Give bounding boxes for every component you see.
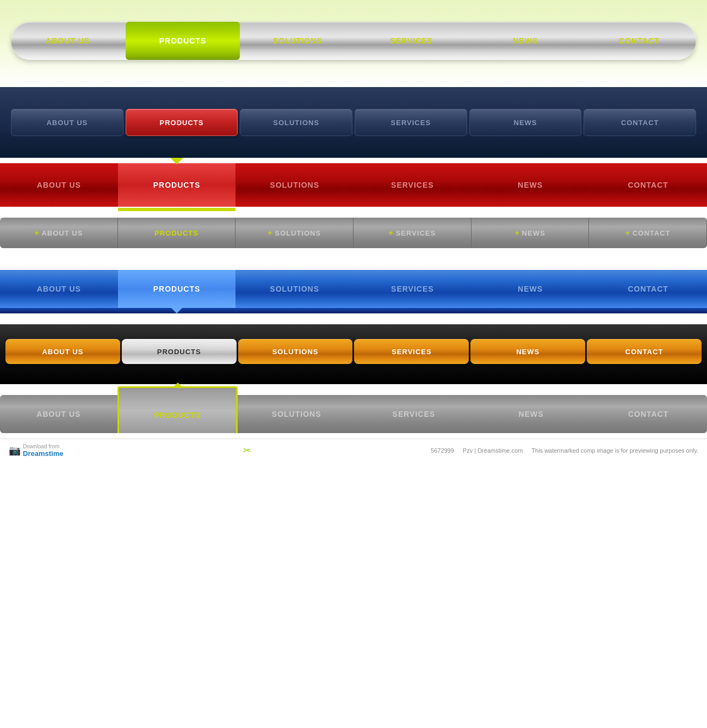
nav6-wrapper: ABOUT USPRODUCTSSOLUTIONSSERVICESNEWSCON… (0, 324, 707, 384)
nav6-item-products[interactable]: PRODUCTS (122, 339, 237, 364)
nav7-item-products[interactable]: PRODUCTS (117, 386, 238, 433)
nav6-item-about-us[interactable]: ABOUT US (5, 339, 120, 364)
watermark-note: This watermarked comp image is for previ… (531, 447, 698, 454)
nav5-bottom-bar (0, 308, 707, 313)
plus-icon: + (34, 229, 39, 237)
nav5-item-contact[interactable]: CONTACT (589, 270, 707, 308)
watermark-right-info: 5672999 Pzv | Dreamstime.com This waterm… (431, 447, 698, 454)
nav1-item-contact[interactable]: CONTACT (582, 36, 696, 45)
nav7-item-news[interactable]: NEWS (473, 395, 590, 433)
nav4-item-solutions[interactable]: +SOLUTIONS (235, 218, 354, 248)
watermark-bar: 📷 Download from Dreamstime ✂ 5672999 Pzv… (0, 439, 707, 462)
nav3-active-indicator (118, 208, 236, 211)
nav2-item-about-us[interactable]: ABOUT US (11, 109, 123, 136)
nav2-item-news[interactable]: NEWS (469, 109, 582, 136)
nav3-item-about-us[interactable]: ABOUT US (0, 163, 118, 207)
nav3: ABOUT USPRODUCTSSOLUTIONSSERVICESNEWSCON… (0, 163, 707, 207)
plus-icon: + (389, 229, 394, 237)
nav4-wrapper: +ABOUT USPRODUCTS+SOLUTIONS+SERVICES+NEW… (0, 212, 707, 264)
nav1-wrapper: ABOUT USPRODUCTSSOLUTIONSSERVICESNEWSCON… (0, 0, 707, 87)
nav2-item-services[interactable]: SERVICES (355, 109, 467, 136)
nav5-item-services[interactable]: SERVICES (354, 270, 472, 308)
nav3-item-solutions[interactable]: SOLUTIONS (235, 163, 354, 207)
plus-icon: + (268, 229, 272, 237)
nav2: ABOUT USPRODUCTSSOLUTIONSSERVICESNEWSCON… (11, 103, 696, 141)
nav7-item-services[interactable]: SERVICES (355, 395, 473, 433)
nav5-item-products[interactable]: PRODUCTS (118, 270, 236, 308)
nav6-item-contact[interactable]: CONTACT (587, 339, 702, 364)
nav7-wrapper: ABOUT USPRODUCTSSOLUTIONSSERVICESNEWSCON… (0, 384, 707, 439)
nav7-item-about-us[interactable]: ABOUT US (0, 395, 117, 433)
watermark-credit: Pzv | Dreamstime.com (463, 447, 523, 454)
nav6: ABOUT USPRODUCTSSOLUTIONSSERVICESNEWSCON… (5, 335, 702, 368)
watermark-id: 5672999 (431, 447, 454, 454)
nav1-item-solutions[interactable]: SOLUTIONS (241, 36, 355, 45)
nav3-wrapper: ABOUT USPRODUCTSSOLUTIONSSERVICESNEWSCON… (0, 158, 707, 212)
nav6-item-solutions[interactable]: SOLUTIONS (238, 339, 353, 364)
nav3-item-products[interactable]: PRODUCTS (118, 163, 236, 207)
watermark-sub: Download from (23, 443, 63, 449)
watermark-camera-icon: 📷 (9, 445, 21, 456)
nav5-item-about-us[interactable]: ABOUT US (0, 270, 118, 308)
watermark-brand: Dreamstime (23, 449, 63, 458)
plus-icon: + (514, 229, 519, 237)
nav7-item-contact[interactable]: CONTACT (590, 395, 707, 433)
nav4-item-about-us[interactable]: +ABOUT US (0, 218, 118, 248)
nav6-item-services[interactable]: SERVICES (354, 339, 469, 364)
nav4-item-products[interactable]: PRODUCTS (118, 218, 236, 248)
nav5-wrapper: ABOUT USPRODUCTSSOLUTIONSSERVICESNEWSCON… (0, 264, 707, 324)
nav3-item-contact[interactable]: CONTACT (589, 163, 707, 207)
plus-icon: + (625, 229, 630, 237)
nav5: ABOUT USPRODUCTSSOLUTIONSSERVICESNEWSCON… (0, 270, 707, 308)
nav4-item-contact[interactable]: +CONTACT (589, 218, 707, 248)
nav2-item-products[interactable]: PRODUCTS (126, 109, 238, 136)
nav2-item-contact[interactable]: CONTACT (584, 109, 696, 136)
nav1-item-news[interactable]: NEWS (468, 36, 582, 45)
nav6-item-news[interactable]: NEWS (470, 339, 585, 364)
nav1-item-products[interactable]: PRODUCTS (126, 22, 239, 60)
scissors-icon: ✂ (67, 445, 426, 456)
nav3-item-news[interactable]: NEWS (472, 163, 590, 207)
nav2-wrapper: ABOUT USPRODUCTSSOLUTIONSSERVICESNEWSCON… (0, 87, 707, 158)
nav4-item-news[interactable]: +NEWS (472, 218, 590, 248)
nav4: +ABOUT USPRODUCTS+SOLUTIONS+SERVICES+NEW… (0, 218, 707, 248)
nav2-item-solutions[interactable]: SOLUTIONS (240, 109, 352, 136)
nav7: ABOUT USPRODUCTSSOLUTIONSSERVICESNEWSCON… (0, 395, 707, 433)
nav1: ABOUT USPRODUCTSSOLUTIONSSERVICESNEWSCON… (11, 22, 696, 60)
nav5-item-solutions[interactable]: SOLUTIONS (235, 270, 354, 308)
watermark-logo: 📷 Download from Dreamstime (9, 443, 63, 458)
nav1-item-about-us[interactable]: ABOUT US (11, 36, 125, 45)
nav3-item-services[interactable]: SERVICES (354, 163, 472, 207)
nav5-item-news[interactable]: NEWS (472, 270, 590, 308)
nav1-item-services[interactable]: SERVICES (355, 36, 468, 45)
nav7-item-solutions[interactable]: SOLUTIONS (238, 395, 355, 433)
nav4-item-services[interactable]: +SERVICES (354, 218, 472, 248)
